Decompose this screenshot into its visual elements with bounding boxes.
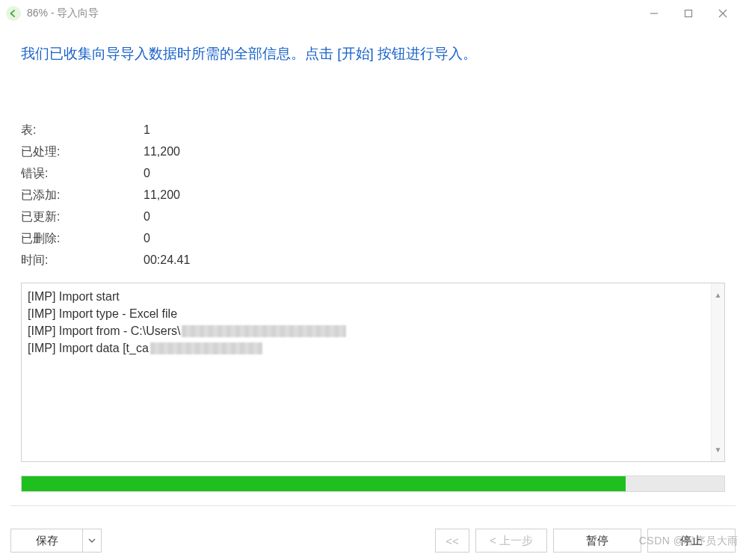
stat-label: 表: (21, 119, 144, 141)
stat-value: 1 (144, 119, 150, 141)
stat-row: 时间: 00:24.41 (21, 249, 725, 271)
pause-button[interactable]: 暂停 (553, 529, 641, 553)
scroll-up-icon[interactable]: ▲ (715, 286, 722, 304)
prev-step-button[interactable]: < 上一步 (475, 529, 547, 553)
stat-label: 错误: (21, 162, 144, 184)
app-icon (6, 6, 21, 21)
stat-value: 11,200 (144, 184, 180, 206)
stat-label: 已更新: (21, 206, 144, 227)
close-button[interactable] (706, 1, 740, 25)
maximize-button[interactable] (671, 1, 706, 25)
save-dropdown-button[interactable] (82, 529, 102, 553)
stat-row: 已处理: 11,200 (21, 141, 725, 162)
save-button[interactable]: 保存 (10, 529, 82, 553)
minimize-button[interactable] (637, 1, 671, 25)
stat-row: 已添加: 11,200 (21, 184, 725, 206)
log-text: [IMP] Import start (28, 290, 120, 303)
scroll-down-icon[interactable]: ▼ (715, 441, 722, 458)
progress-fill (22, 476, 626, 491)
stat-row: 已删除: 0 (21, 227, 725, 249)
titlebar: 86% - 导入向导 (0, 0, 746, 27)
stat-value: 0 (144, 206, 150, 227)
save-label: 保存 (36, 534, 58, 548)
stop-label: 停止 (680, 534, 703, 548)
separator (10, 505, 736, 506)
svg-rect-1 (685, 10, 692, 17)
stat-label: 已删除: (21, 227, 144, 249)
stat-value: 0 (144, 162, 150, 184)
save-split-button: 保存 (10, 529, 102, 553)
first-label: << (446, 535, 459, 547)
header-message: 我们已收集向导导入数据时所需的全部信息。点击 [开始] 按钮进行导入。 (0, 27, 746, 73)
scrollbar[interactable]: ▲ ▼ (711, 283, 724, 461)
prev-label: < 上一步 (490, 534, 533, 548)
stat-label: 已处理: (21, 141, 144, 162)
first-page-button[interactable]: << (435, 529, 469, 553)
stat-value: 0 (144, 227, 150, 249)
log-output[interactable]: [IMP] Import start [IMP] Import type - E… (21, 283, 725, 462)
stat-value: 00:24.41 (144, 249, 190, 271)
stat-label: 已添加: (21, 184, 144, 206)
window-title: 86% - 导入向导 (27, 7, 99, 20)
stop-button[interactable]: 停止 (647, 529, 736, 553)
log-line: [IMP] Import start (28, 288, 709, 305)
chevron-down-icon (88, 538, 96, 543)
stats-panel: 表: 1 已处理: 11,200 错误: 0 已添加: 11,200 已更新: … (0, 73, 746, 278)
log-text: [IMP] Import type - Excel file (28, 307, 177, 320)
pause-label: 暂停 (586, 534, 608, 548)
stat-row: 表: 1 (21, 119, 725, 141)
redacted-text (150, 342, 262, 354)
log-line: [IMP] Import type - Excel file (28, 305, 709, 322)
log-line: [IMP] Import from - C:\Users\ (28, 322, 709, 339)
log-line: [IMP] Import data [t_ca (28, 339, 709, 357)
log-text: [IMP] Import data [t_ca (28, 342, 149, 354)
stat-row: 已更新: 0 (21, 206, 725, 227)
log-text: [IMP] Import from - C:\Users\ (28, 324, 180, 337)
stat-value: 11,200 (144, 141, 180, 162)
window-controls (637, 1, 740, 25)
stat-row: 错误: 0 (21, 162, 725, 184)
progress-bar (21, 476, 725, 492)
stat-label: 时间: (21, 249, 144, 271)
redacted-text (182, 325, 346, 337)
footer: 保存 << < 上一步 暂停 停止 (0, 529, 746, 553)
